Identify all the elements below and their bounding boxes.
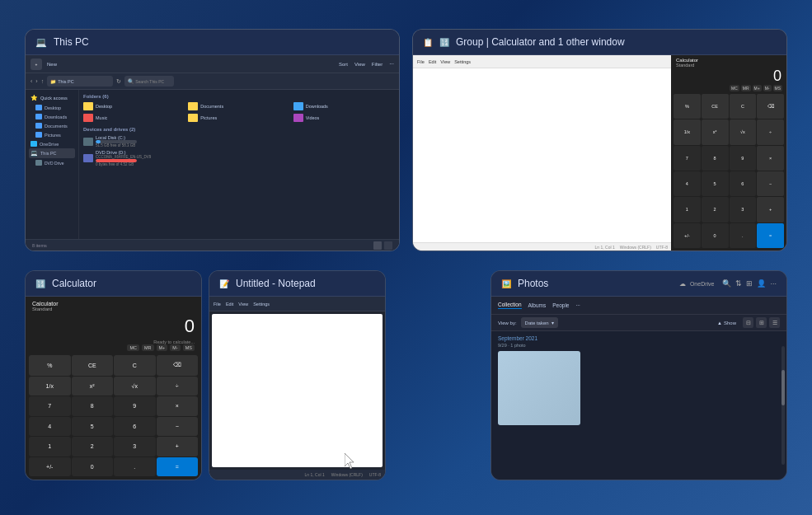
btn-2[interactable]: 2 — [72, 437, 114, 456]
avatar-icon[interactable]: 👤 — [757, 279, 766, 288]
sidebar-this-pc[interactable]: 💻 This PC — [29, 148, 75, 158]
folder-music[interactable]: Music — [83, 114, 185, 122]
gcalc-dot[interactable]: . — [730, 223, 757, 248]
nav-people[interactable]: People — [552, 302, 569, 308]
new-label[interactable]: New — [47, 62, 57, 67]
nav-albums[interactable]: Albums — [528, 302, 547, 308]
grid-icon[interactable]: ⊟ — [743, 317, 753, 328]
notepad-menu-view[interactable]: View — [440, 59, 450, 64]
this-pc-window[interactable]: 💻 This PC + New Sort View Filter ··· ‹ ›… — [25, 29, 400, 251]
refresh-icon[interactable]: ↻ — [116, 78, 121, 85]
view-btn[interactable]: View — [354, 62, 365, 67]
gcalc-5[interactable]: 5 — [702, 171, 729, 196]
sidebar-downloads[interactable]: Downloads — [29, 112, 75, 121]
gcalc-add[interactable]: + — [757, 197, 784, 222]
folder-videos[interactable]: Videos — [293, 114, 395, 122]
sidebar-desktop[interactable]: Desktop — [29, 103, 75, 112]
gcalc-9[interactable]: 9 — [730, 146, 757, 171]
btn-7[interactable]: 7 — [29, 396, 71, 416]
photos-scrollbar[interactable] — [781, 346, 785, 465]
btn-6[interactable]: 6 — [114, 417, 156, 437]
gcalc-square[interactable]: x² — [702, 119, 729, 144]
gcalc-sqrt[interactable]: √x — [730, 119, 757, 144]
more-options-icon[interactable]: ··· — [389, 61, 394, 67]
sidebar-pictures[interactable]: Pictures — [29, 130, 75, 139]
gcalc-subtract[interactable]: − — [757, 171, 784, 196]
gcalc-7[interactable]: 7 — [674, 146, 701, 171]
sort-icon[interactable]: ⇅ — [735, 279, 742, 288]
sidebar-dvd[interactable]: DVD Drive — [29, 158, 75, 167]
folder-downloads[interactable]: Downloads — [293, 102, 395, 110]
notepad-edit[interactable]: Edit — [226, 302, 233, 307]
timeline-icon[interactable]: ☰ — [769, 317, 780, 328]
back-icon[interactable]: ‹ — [31, 78, 32, 84]
notepad-file[interactable]: File — [214, 302, 221, 307]
mem-ms[interactable]: MS — [183, 344, 195, 351]
gcalc-6[interactable]: 6 — [730, 171, 757, 196]
btn-sqrt[interactable]: √x — [114, 377, 156, 396]
btn-dot[interactable]: . — [114, 457, 156, 477]
grid-view-icon[interactable]: ⊞ — [746, 279, 753, 288]
gcalc-percent[interactable]: % — [674, 94, 701, 119]
mem-mr[interactable]: MR — [142, 344, 154, 351]
photo-thumbnail[interactable] — [498, 351, 580, 425]
btn-percent[interactable]: % — [29, 355, 71, 376]
btn-9[interactable]: 9 — [114, 396, 156, 416]
show-toggle[interactable]: ▲ Show — [717, 317, 736, 328]
notepad-menu-file[interactable]: File — [417, 59, 425, 64]
nav-collection[interactable]: Collection — [498, 302, 522, 309]
sidebar-onedrive[interactable]: OneDrive — [29, 139, 75, 148]
nav-more[interactable]: ··· — [575, 302, 580, 308]
btn-1[interactable]: 1 — [29, 437, 71, 456]
btn-8[interactable]: 8 — [72, 396, 114, 416]
notepad-text-area[interactable] — [212, 314, 383, 467]
btn-c[interactable]: C — [114, 355, 156, 376]
more-icon[interactable]: ··· — [770, 279, 777, 288]
btn-multiply[interactable]: × — [157, 396, 199, 416]
gcalc-multiply[interactable]: × — [757, 146, 784, 171]
notepad-settings[interactable]: Settings — [253, 302, 270, 307]
btn-0[interactable]: 0 — [72, 457, 114, 477]
address-bar[interactable]: 📁 This PC — [47, 76, 113, 87]
btn-square[interactable]: x² — [72, 377, 114, 396]
folder-desktop[interactable]: Desktop — [83, 102, 185, 110]
photos-window[interactable]: 🖼️ Photos ☁ OneDrive 🔍 ⇅ ⊞ 👤 ··· Collect… — [490, 270, 787, 480]
group-mem-mplus[interactable]: M+ — [753, 85, 762, 91]
btn-ce[interactable]: CE — [72, 355, 114, 376]
forward-icon[interactable]: › — [35, 78, 37, 84]
gcalc-divide[interactable]: ÷ — [757, 119, 784, 144]
btn-negate[interactable]: +/- — [29, 457, 71, 477]
btn-4[interactable]: 4 — [29, 417, 71, 437]
group-window[interactable]: 📋 🔢 Group | Calculator and 1 other windo… — [412, 29, 787, 251]
gcalc-2[interactable]: 2 — [702, 197, 729, 222]
photos-scrollbar-thumb[interactable] — [781, 370, 785, 405]
notepad-window[interactable]: 📝 Untitled - Notepad File Edit View Sett… — [209, 270, 386, 480]
large-grid-icon[interactable]: ⊞ — [756, 317, 767, 328]
group-mem-mc[interactable]: MC — [730, 85, 739, 91]
gcalc-0[interactable]: 0 — [702, 223, 729, 248]
btn-backspace[interactable]: ⌫ — [157, 355, 199, 376]
gcalc-c[interactable]: C — [730, 94, 757, 119]
search-box[interactable]: 🔍 Search This PC — [124, 76, 174, 87]
btn-add[interactable]: + — [157, 437, 199, 456]
new-button[interactable]: + — [31, 59, 42, 70]
group-notepad-body[interactable] — [413, 68, 671, 242]
up-icon[interactable]: ↑ — [41, 78, 45, 84]
gcalc-3[interactable]: 3 — [730, 197, 757, 222]
gcalc-negate[interactable]: +/- — [674, 223, 701, 248]
group-mem-mr[interactable]: MR — [741, 85, 751, 91]
btn-subtract[interactable]: − — [157, 417, 199, 437]
drive-c[interactable]: Local Disk (C:) 51.5 GB free of 58.3 GB — [83, 135, 395, 147]
gcalc-ce[interactable]: CE — [702, 94, 729, 119]
view-by-dropdown[interactable]: Date taken ▾ — [521, 317, 558, 328]
group-mem-mminus[interactable]: M- — [763, 85, 772, 91]
gcalc-backspace[interactable]: ⌫ — [757, 94, 784, 119]
notepad-menu-edit[interactable]: Edit — [429, 59, 436, 64]
search-icon[interactable]: 🔍 — [722, 279, 731, 288]
view-toggle[interactable] — [373, 241, 392, 250]
notepad-view[interactable]: View — [238, 302, 248, 307]
btn-3[interactable]: 3 — [114, 437, 156, 456]
folder-documents[interactable]: Documents — [188, 102, 289, 110]
sidebar-documents[interactable]: Documents — [29, 121, 75, 130]
gcalc-8[interactable]: 8 — [702, 146, 729, 171]
